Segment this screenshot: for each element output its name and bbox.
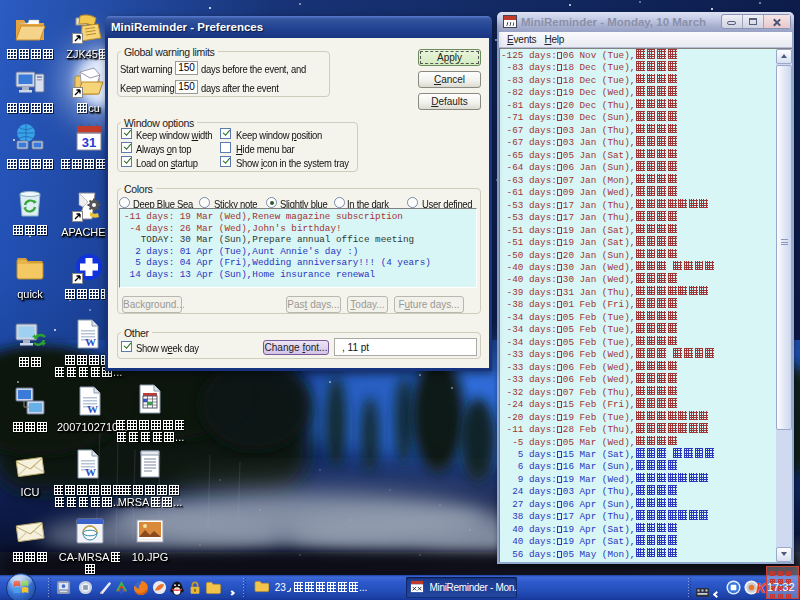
- svg-text:31: 31: [82, 135, 96, 150]
- svg-text:W: W: [85, 466, 96, 478]
- svg-text:W: W: [87, 403, 98, 415]
- svg-text:W: W: [85, 336, 96, 348]
